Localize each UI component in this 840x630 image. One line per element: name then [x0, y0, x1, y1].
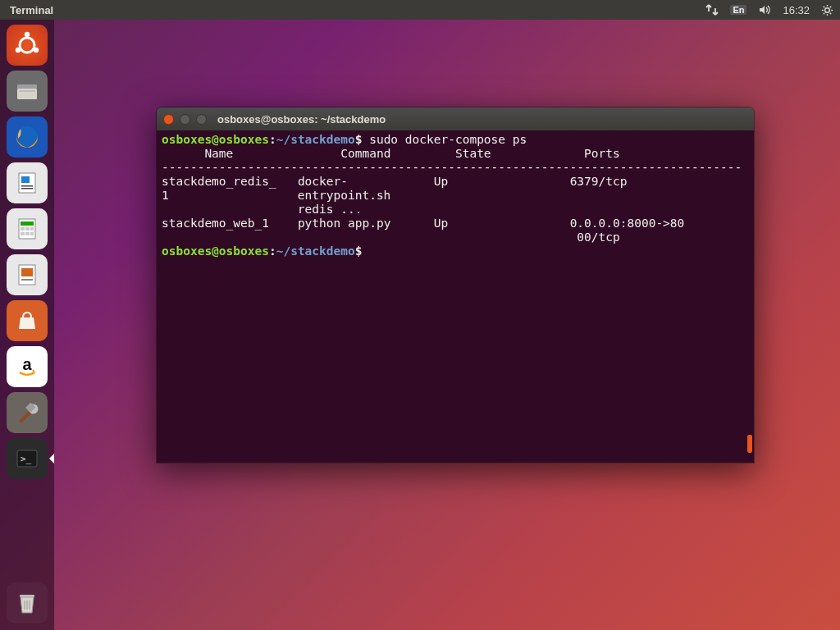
svg-rect-19 — [25, 232, 30, 235]
row-cont: 00/tcp — [162, 231, 734, 244]
window-close-button[interactable] — [163, 114, 174, 125]
svg-point-3 — [34, 48, 39, 52]
prompt-at: @ — [212, 244, 219, 258]
prompt-user: osboxes — [162, 133, 212, 146]
svg-rect-14 — [21, 221, 34, 226]
launcher-software[interactable] — [7, 300, 48, 341]
prompt-colon: : — [269, 244, 276, 258]
svg-rect-7 — [19, 90, 35, 92]
launcher-dash[interactable] — [7, 25, 48, 66]
launcher-files[interactable] — [7, 71, 48, 112]
prompt-host: osboxes — [219, 133, 269, 146]
svg-rect-20 — [30, 232, 34, 235]
svg-text:a: a — [22, 355, 32, 373]
svg-point-2 — [25, 32, 30, 37]
row-command: python app.py — [298, 217, 434, 230]
svg-rect-27 — [20, 595, 34, 597]
row-cont: 1 entrypoint.sh — [162, 189, 720, 202]
row-name: stackdemo_web_1 — [162, 217, 298, 230]
col-header-ports: Ports — [513, 147, 685, 160]
clock[interactable]: 16:32 — [783, 4, 810, 16]
row-state: Up — [434, 175, 505, 188]
terminal-body[interactable]: osboxes@osboxes:~/stackdemo$ sudo docker… — [157, 130, 754, 463]
svg-rect-6 — [17, 89, 37, 99]
launcher-calc[interactable] — [7, 208, 48, 249]
svg-rect-5 — [17, 84, 37, 89]
col-header-name: Name — [162, 147, 305, 160]
gear-icon[interactable] — [821, 4, 833, 16]
entered-command: sudo docker-compose ps — [362, 133, 527, 146]
launcher-terminal[interactable]: >_ — [7, 438, 48, 479]
prompt-host: osboxes — [219, 244, 269, 258]
launcher-trash[interactable] — [7, 582, 48, 623]
network-icon[interactable] — [705, 3, 719, 16]
launcher: a >_ — [0, 20, 54, 630]
svg-point-1 — [20, 38, 34, 52]
prompt-path: ~/stackdemo — [276, 133, 355, 146]
launcher-firefox[interactable] — [7, 116, 48, 158]
col-header-state: State — [441, 147, 512, 160]
svg-rect-15 — [21, 227, 25, 231]
active-app-label: Terminal — [10, 4, 53, 16]
row-ports: 6379/tcp — [505, 175, 742, 188]
language-indicator[interactable]: En — [730, 5, 746, 15]
row-command: docker- — [298, 175, 434, 188]
svg-rect-16 — [25, 227, 30, 231]
svg-rect-17 — [30, 227, 34, 231]
row-name: stackdemo_redis_ — [162, 175, 298, 188]
sound-icon[interactable] — [758, 3, 771, 16]
prompt-at: @ — [212, 133, 219, 146]
prompt-dollar: $ — [355, 244, 363, 258]
prompt-user: osboxes — [162, 244, 212, 258]
terminal-title: osboxes@osboxes: ~/stackdemo — [217, 113, 386, 126]
terminal-titlebar[interactable]: osboxes@osboxes: ~/stackdemo — [157, 107, 754, 130]
svg-rect-12 — [21, 188, 33, 189]
row-ports: 0.0.0.0:8000->80 — [505, 217, 734, 230]
col-header-command: Command — [305, 147, 441, 160]
svg-rect-23 — [21, 279, 33, 281]
output-divider: ----------------------------------------… — [162, 161, 742, 174]
svg-rect-18 — [21, 232, 25, 235]
window-minimize-button[interactable] — [180, 114, 190, 125]
row-state: Up — [434, 217, 505, 230]
launcher-writer[interactable] — [7, 162, 48, 203]
scrollbar-thumb[interactable] — [747, 435, 752, 453]
launcher-amazon[interactable]: a — [7, 346, 48, 387]
svg-point-0 — [825, 7, 830, 12]
svg-text:>_: >_ — [21, 454, 32, 464]
prompt-path: ~/stackdemo — [276, 244, 355, 258]
svg-rect-22 — [21, 268, 33, 276]
svg-rect-11 — [21, 185, 33, 187]
window-maximize-button[interactable] — [196, 114, 207, 125]
svg-point-4 — [16, 48, 21, 52]
launcher-impress[interactable] — [7, 254, 48, 295]
top-panel: Terminal En 16:32 — [0, 0, 840, 20]
launcher-settings[interactable] — [7, 392, 48, 433]
svg-rect-10 — [21, 176, 30, 183]
row-cont: redis ... — [162, 203, 720, 216]
terminal-window: osboxes@osboxes: ~/stackdemo osboxes@osb… — [156, 107, 755, 463]
prompt-colon: : — [269, 133, 276, 146]
